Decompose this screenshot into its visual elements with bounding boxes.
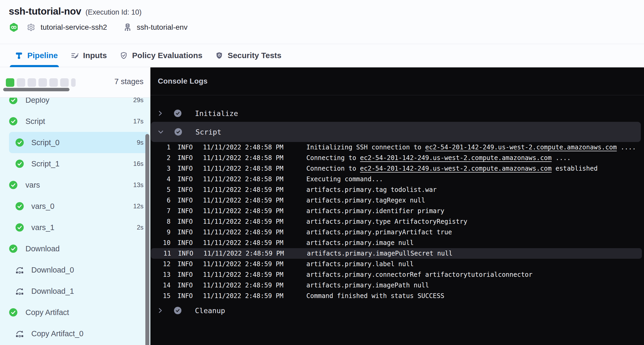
stage-row-script-0[interactable]: Script_09s [0, 132, 150, 153]
log-timestamp: 11/11/2022 2:48:59 PM [203, 282, 298, 289]
log-timestamp: 11/11/2022 2:48:59 PM [203, 186, 298, 193]
log-line: 8INFO11/11/2022 2:48:59 PMartifacts.prim… [150, 216, 644, 227]
stage-progress-square [60, 78, 69, 87]
log-section-initialize[interactable]: Initialize [150, 105, 644, 122]
log-message: Command finished with status SUCCESS [306, 292, 444, 300]
stage-row-download-1[interactable]: Download_1 [0, 281, 150, 302]
tab-inputs[interactable]: Inputs [71, 44, 107, 67]
log-host-link[interactable]: ec2-54-201-142-249.us-west-2.compute.ama… [360, 165, 551, 172]
stage-row-vars-0[interactable]: vars_012s [0, 196, 150, 217]
tab-label: Pipeline [27, 51, 58, 60]
log-host-link[interactable]: ec2-54-201-142-249.us-west-2.compute.ama… [360, 154, 551, 162]
log-level: INFO [177, 175, 203, 183]
tab-policy-evaluations[interactable]: Policy Evaluations [120, 44, 202, 67]
console-log-area: InitializeScript1INFO11/11/2022 2:48:58 … [150, 95, 644, 345]
log-line-number[interactable]: 10 [150, 239, 171, 247]
stage-duration: 9s [137, 139, 143, 146]
log-level: INFO [177, 154, 203, 162]
step-success-badge-icon [174, 307, 182, 314]
stage-row-vars-1[interactable]: vars_12s [0, 217, 150, 238]
log-message: artifacts.primary.tagRegex null [306, 197, 425, 204]
log-text: .... [552, 154, 571, 162]
vertical-scrollbar-thumb[interactable] [145, 134, 149, 345]
log-line: 15INFO11/11/2022 2:48:59 PMCommand finis… [150, 291, 644, 301]
title-row: ssh-tutorial-nov (Execution Id: 10) [0, 0, 644, 17]
stage-row-script[interactable]: Script17s [0, 111, 150, 132]
success-hexagon-icon [9, 22, 19, 32]
chevron-right-icon[interactable] [157, 307, 163, 314]
stage-label: Script [25, 117, 45, 126]
log-line: 14INFO11/11/2022 2:48:59 PMartifacts.pri… [150, 280, 644, 291]
stage-label: Deploy [25, 98, 49, 105]
stage-progress-square [71, 78, 76, 87]
log-line: 13INFO11/11/2022 2:48:59 PMartifacts.pri… [150, 269, 644, 280]
stage-row-download[interactable]: Download [0, 238, 150, 259]
loop-strategy-icon [15, 266, 24, 274]
log-section-script[interactable]: Script [151, 122, 641, 142]
log-message: Initializing SSH connection to ec2-54-20… [306, 144, 636, 151]
stage-list: Deploy29sScript17sScript_09sScript_116sv… [0, 98, 150, 345]
log-line-number[interactable]: 3 [150, 165, 171, 172]
log-line: 2INFO11/11/2022 2:48:58 PMConnecting to … [150, 153, 644, 163]
log-line: 5INFO11/11/2022 2:48:59 PMartifacts.prim… [150, 184, 644, 195]
tab-pipeline[interactable]: Pipeline [15, 44, 58, 67]
stage-row-copy-artifact-0[interactable]: Copy Artifact_0 [0, 323, 150, 344]
main-area: 7 stages Deploy29sScript17sScript_09sScr… [0, 67, 644, 345]
service-name[interactable]: tutorial-service-ssh2 [41, 23, 107, 32]
log-line-number[interactable]: 7 [150, 207, 171, 215]
log-text: .... [617, 144, 636, 151]
service-gear-icon [26, 23, 36, 32]
log-line-number[interactable]: 9 [150, 228, 171, 236]
environment-name[interactable]: ssh-tutorial-env [137, 23, 188, 32]
log-text: artifacts.primary.tagRegex null [306, 197, 425, 204]
stage-row-vars[interactable]: vars13s [0, 174, 150, 196]
log-message: artifacts.primary.type ArtifactoryRegist… [306, 218, 467, 225]
tab-security-tests[interactable]: Security Tests [215, 44, 281, 67]
log-level: INFO [177, 197, 203, 204]
security-shield-icon [215, 51, 223, 60]
stage-progress-square [17, 78, 25, 87]
log-text: artifacts.primary.type ArtifactoryRegist… [306, 218, 467, 225]
log-timestamp: 11/11/2022 2:48:58 PM [203, 154, 298, 162]
log-timestamp: 11/11/2022 2:48:59 PM [203, 197, 298, 204]
log-text: artifacts.primary.label null [306, 260, 414, 268]
log-line-number[interactable]: 6 [150, 197, 171, 204]
log-line-number[interactable]: 2 [150, 154, 171, 162]
log-line-number[interactable]: 15 [150, 292, 171, 300]
stage-row-download-0[interactable]: Download_0 [0, 259, 150, 281]
stage-label: Script_1 [31, 159, 59, 168]
stage-label: vars_1 [31, 223, 54, 232]
stage-duration: 29s [133, 98, 143, 104]
stage-count: 7 stages [114, 77, 143, 86]
stage-label: vars [25, 181, 40, 189]
log-line-number[interactable]: 4 [150, 175, 171, 183]
log-level: INFO [177, 165, 203, 172]
log-level: INFO [177, 186, 203, 193]
log-message: artifacts.primary.connectorRef artifacto… [306, 271, 533, 278]
log-message: artifacts.primary.tag todolist.war [306, 186, 437, 193]
stage-row-copy-artifact[interactable]: Copy Artifact [0, 302, 150, 323]
log-line-number[interactable]: 1 [150, 144, 171, 151]
tab-label: Inputs [83, 51, 107, 60]
log-line-number[interactable]: 8 [150, 218, 171, 225]
execution-header: ssh-tutorial-nov (Execution Id: 10) tuto… [0, 0, 644, 44]
log-timestamp: 11/11/2022 2:48:58 PM [203, 165, 298, 172]
horizontal-scrollbar-thumb[interactable] [3, 88, 69, 91]
chevron-down-icon[interactable] [158, 129, 164, 135]
log-section-cleanup[interactable]: Cleanup [150, 304, 644, 317]
stage-row-deploy[interactable]: Deploy29s [0, 98, 150, 111]
log-host-link[interactable]: ec2-54-201-142-249.us-west-2.compute.ama… [425, 144, 617, 151]
log-line-number[interactable]: 11 [151, 250, 171, 257]
log-line-number[interactable]: 5 [150, 186, 171, 193]
stage-label: Download [25, 244, 60, 253]
log-message: artifacts.primary.imagePath null [306, 282, 429, 289]
chevron-right-icon[interactable] [157, 110, 163, 117]
stage-label: Copy Artifact_0 [31, 329, 84, 338]
log-timestamp: 11/11/2022 2:48:59 PM [203, 207, 298, 215]
log-line-number[interactable]: 13 [150, 271, 171, 278]
loop-strategy-icon [15, 329, 24, 338]
stage-row-script-1[interactable]: Script_116s [0, 153, 150, 174]
log-timestamp: 11/11/2022 2:48:59 PM [203, 292, 298, 300]
log-line-number[interactable]: 12 [150, 260, 171, 268]
log-line-number[interactable]: 14 [150, 282, 171, 289]
